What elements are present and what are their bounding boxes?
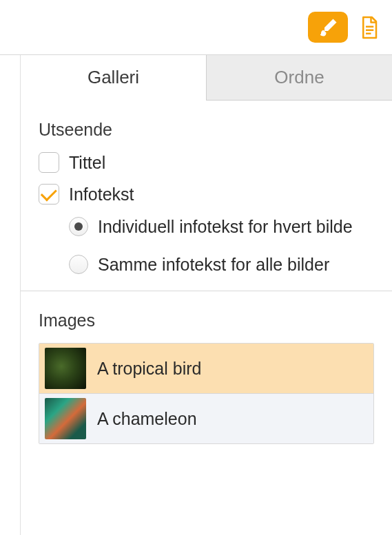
title-checkbox[interactable]: [39, 152, 59, 173]
caption-same-row: Samme infotekst for alle bilder: [69, 253, 374, 276]
image-row[interactable]: A chameleon: [39, 394, 373, 443]
toolbar: [0, 0, 392, 55]
tab-arrange[interactable]: Ordne: [206, 55, 392, 101]
tab-gallery[interactable]: Galleri: [21, 55, 206, 101]
content: Utseende Tittel Infotekst Individuell in…: [21, 101, 392, 444]
tab-arrange-label: Ordne: [274, 67, 324, 88]
document-button[interactable]: [356, 12, 382, 43]
title-checkbox-label: Tittel: [69, 153, 105, 173]
tabs: Galleri Ordne: [21, 55, 392, 101]
images-list: A tropical bird A chameleon: [39, 343, 374, 444]
caption-checkbox-row: Infotekst: [39, 184, 374, 204]
image-thumbnail: [45, 398, 86, 439]
inspector-panel: Galleri Ordne Utseende Tittel Infotekst …: [21, 55, 392, 535]
caption-checkbox[interactable]: [39, 184, 59, 204]
images-title: Images: [39, 311, 374, 331]
caption-same-label: Samme infotekst for alle bilder: [98, 253, 329, 276]
image-row[interactable]: A tropical bird: [39, 344, 373, 394]
caption-individual-row: Individuell infotekst for hvert bilde: [69, 216, 374, 238]
caption-individual-label: Individuell infotekst for hvert bilde: [98, 216, 353, 238]
panel-left-strip: [0, 55, 21, 535]
format-button[interactable]: [308, 12, 348, 43]
tab-gallery-label: Galleri: [87, 67, 139, 88]
caption-same-radio[interactable]: [69, 255, 88, 274]
title-checkbox-row: Tittel: [39, 152, 374, 173]
caption-mode-group: Individuell infotekst for hvert bilde Sa…: [69, 216, 374, 275]
image-label: A tropical bird: [97, 359, 201, 379]
appearance-title: Utseende: [39, 120, 374, 140]
document-icon: [359, 15, 380, 40]
caption-individual-radio[interactable]: [69, 217, 88, 236]
image-thumbnail: [45, 348, 86, 389]
image-label: A chameleon: [97, 409, 197, 429]
panel-container: Galleri Ordne Utseende Tittel Infotekst …: [0, 55, 392, 535]
divider: [21, 291, 392, 291]
brush-icon: [318, 17, 338, 38]
caption-checkbox-label: Infotekst: [69, 185, 134, 204]
